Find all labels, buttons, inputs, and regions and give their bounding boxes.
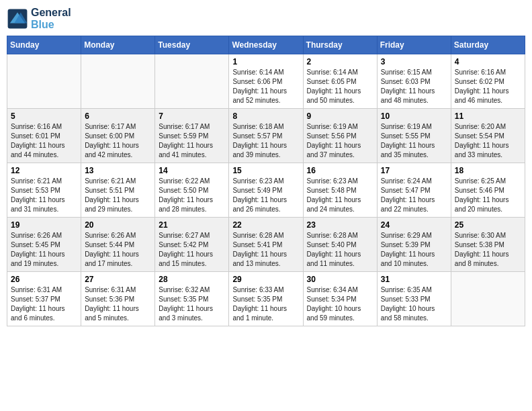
day-number: 8 <box>232 111 299 121</box>
logo: General Blue <box>7 7 71 30</box>
calendar-table: SundayMondayTuesdayWednesdayThursdayFrid… <box>7 36 525 326</box>
calendar-cell: 7Sunrise: 6:17 AM Sunset: 5:59 PM Daylig… <box>155 109 229 163</box>
calendar-cell: 4Sunrise: 6:16 AM Sunset: 6:02 PM Daylig… <box>451 54 525 109</box>
day-info: Sunrise: 6:27 AM Sunset: 5:42 PM Dayligh… <box>159 231 225 269</box>
day-info: Sunrise: 6:16 AM Sunset: 6:01 PM Dayligh… <box>11 122 77 160</box>
day-info: Sunrise: 6:34 AM Sunset: 5:34 PM Dayligh… <box>307 285 373 323</box>
calendar-cell: 16Sunrise: 6:23 AM Sunset: 5:48 PM Dayli… <box>303 163 377 218</box>
calendar-cell: 10Sunrise: 6:19 AM Sunset: 5:55 PM Dayli… <box>377 109 451 163</box>
calendar-cell: 11Sunrise: 6:20 AM Sunset: 5:54 PM Dayli… <box>451 109 525 163</box>
logo-text: General Blue <box>31 7 71 30</box>
calendar-cell: 8Sunrise: 6:18 AM Sunset: 5:57 PM Daylig… <box>229 109 303 163</box>
day-number: 20 <box>85 220 151 230</box>
day-number: 14 <box>159 166 225 175</box>
weekday-header-row: SundayMondayTuesdayWednesdayThursdayFrid… <box>7 36 525 54</box>
day-info: Sunrise: 6:21 AM Sunset: 5:51 PM Dayligh… <box>85 177 151 214</box>
calendar-cell: 22Sunrise: 6:28 AM Sunset: 5:41 PM Dayli… <box>229 218 303 272</box>
calendar-cell: 13Sunrise: 6:21 AM Sunset: 5:51 PM Dayli… <box>81 163 155 218</box>
calendar-cell: 23Sunrise: 6:28 AM Sunset: 5:40 PM Dayli… <box>303 218 377 272</box>
weekday-header-saturday: Saturday <box>451 36 525 54</box>
day-number: 5 <box>11 111 77 121</box>
day-number: 9 <box>307 111 373 121</box>
day-info: Sunrise: 6:18 AM Sunset: 5:57 PM Dayligh… <box>232 122 299 160</box>
day-number: 19 <box>11 220 77 230</box>
calendar-cell: 26Sunrise: 6:31 AM Sunset: 5:37 PM Dayli… <box>7 272 81 326</box>
day-info: Sunrise: 6:20 AM Sunset: 5:54 PM Dayligh… <box>455 122 521 160</box>
day-number: 6 <box>85 111 151 121</box>
weekday-header-wednesday: Wednesday <box>229 36 303 54</box>
calendar-cell: 2Sunrise: 6:14 AM Sunset: 6:05 PM Daylig… <box>303 54 377 109</box>
day-info: Sunrise: 6:31 AM Sunset: 5:36 PM Dayligh… <box>85 285 151 323</box>
day-number: 15 <box>232 166 299 175</box>
day-info: Sunrise: 6:33 AM Sunset: 5:35 PM Dayligh… <box>232 285 299 323</box>
calendar-cell: 24Sunrise: 6:29 AM Sunset: 5:39 PM Dayli… <box>377 218 451 272</box>
day-info: Sunrise: 6:24 AM Sunset: 5:47 PM Dayligh… <box>381 177 447 214</box>
day-number: 24 <box>381 220 447 230</box>
weekday-header-sunday: Sunday <box>7 36 81 54</box>
calendar-cell: 6Sunrise: 6:17 AM Sunset: 6:00 PM Daylig… <box>81 109 155 163</box>
day-info: Sunrise: 6:29 AM Sunset: 5:39 PM Dayligh… <box>381 231 447 269</box>
day-info: Sunrise: 6:14 AM Sunset: 6:06 PM Dayligh… <box>232 68 299 105</box>
calendar-cell: 12Sunrise: 6:21 AM Sunset: 5:53 PM Dayli… <box>7 163 81 218</box>
calendar-cell <box>155 54 229 109</box>
calendar-cell: 30Sunrise: 6:34 AM Sunset: 5:34 PM Dayli… <box>303 272 377 326</box>
day-number: 12 <box>11 166 77 175</box>
day-number: 3 <box>381 57 447 66</box>
calendar-cell: 29Sunrise: 6:33 AM Sunset: 5:35 PM Dayli… <box>229 272 303 326</box>
weekday-header-monday: Monday <box>81 36 155 54</box>
logo-icon <box>7 8 28 30</box>
day-info: Sunrise: 6:16 AM Sunset: 6:02 PM Dayligh… <box>455 68 521 105</box>
week-row-5: 26Sunrise: 6:31 AM Sunset: 5:37 PM Dayli… <box>7 272 525 326</box>
day-number: 30 <box>307 275 373 284</box>
day-info: Sunrise: 6:17 AM Sunset: 5:59 PM Dayligh… <box>159 122 225 160</box>
calendar-cell: 25Sunrise: 6:30 AM Sunset: 5:38 PM Dayli… <box>451 218 525 272</box>
day-info: Sunrise: 6:32 AM Sunset: 5:35 PM Dayligh… <box>159 285 225 323</box>
day-number: 21 <box>159 220 225 230</box>
day-number: 27 <box>85 275 151 284</box>
day-number: 16 <box>307 166 373 175</box>
calendar-cell: 17Sunrise: 6:24 AM Sunset: 5:47 PM Dayli… <box>377 163 451 218</box>
day-info: Sunrise: 6:35 AM Sunset: 5:33 PM Dayligh… <box>381 285 447 323</box>
day-number: 18 <box>455 166 521 175</box>
day-info: Sunrise: 6:25 AM Sunset: 5:46 PM Dayligh… <box>455 177 521 214</box>
week-row-3: 12Sunrise: 6:21 AM Sunset: 5:53 PM Dayli… <box>7 163 525 218</box>
page-header: General Blue <box>7 7 525 30</box>
day-info: Sunrise: 6:30 AM Sunset: 5:38 PM Dayligh… <box>455 231 521 269</box>
day-info: Sunrise: 6:28 AM Sunset: 5:40 PM Dayligh… <box>307 231 373 269</box>
day-info: Sunrise: 6:17 AM Sunset: 6:00 PM Dayligh… <box>85 122 151 160</box>
calendar-cell: 1Sunrise: 6:14 AM Sunset: 6:06 PM Daylig… <box>229 54 303 109</box>
week-row-4: 19Sunrise: 6:26 AM Sunset: 5:45 PM Dayli… <box>7 218 525 272</box>
day-info: Sunrise: 6:21 AM Sunset: 5:53 PM Dayligh… <box>11 177 77 214</box>
calendar-cell: 18Sunrise: 6:25 AM Sunset: 5:46 PM Dayli… <box>451 163 525 218</box>
week-row-1: 1Sunrise: 6:14 AM Sunset: 6:06 PM Daylig… <box>7 54 525 109</box>
calendar-cell <box>81 54 155 109</box>
calendar-cell <box>7 54 81 109</box>
day-number: 2 <box>307 57 373 66</box>
day-number: 22 <box>232 220 299 230</box>
day-number: 28 <box>159 275 225 284</box>
day-info: Sunrise: 6:15 AM Sunset: 6:03 PM Dayligh… <box>381 68 447 105</box>
week-row-2: 5Sunrise: 6:16 AM Sunset: 6:01 PM Daylig… <box>7 109 525 163</box>
calendar-cell: 14Sunrise: 6:22 AM Sunset: 5:50 PM Dayli… <box>155 163 229 218</box>
day-number: 25 <box>455 220 521 230</box>
day-number: 29 <box>232 275 299 284</box>
day-info: Sunrise: 6:23 AM Sunset: 5:49 PM Dayligh… <box>232 177 299 214</box>
day-number: 23 <box>307 220 373 230</box>
calendar-cell: 5Sunrise: 6:16 AM Sunset: 6:01 PM Daylig… <box>7 109 81 163</box>
calendar-cell: 28Sunrise: 6:32 AM Sunset: 5:35 PM Dayli… <box>155 272 229 326</box>
calendar-cell: 21Sunrise: 6:27 AM Sunset: 5:42 PM Dayli… <box>155 218 229 272</box>
day-info: Sunrise: 6:26 AM Sunset: 5:45 PM Dayligh… <box>11 231 77 269</box>
day-number: 1 <box>232 57 299 66</box>
calendar-cell: 9Sunrise: 6:19 AM Sunset: 5:56 PM Daylig… <box>303 109 377 163</box>
day-info: Sunrise: 6:19 AM Sunset: 5:55 PM Dayligh… <box>381 122 447 160</box>
day-number: 11 <box>455 111 521 121</box>
day-info: Sunrise: 6:28 AM Sunset: 5:41 PM Dayligh… <box>232 231 299 269</box>
day-number: 31 <box>381 275 447 284</box>
day-info: Sunrise: 6:26 AM Sunset: 5:44 PM Dayligh… <box>85 231 151 269</box>
day-number: 26 <box>11 275 77 284</box>
weekday-header-thursday: Thursday <box>303 36 377 54</box>
day-info: Sunrise: 6:22 AM Sunset: 5:50 PM Dayligh… <box>159 177 225 214</box>
day-info: Sunrise: 6:19 AM Sunset: 5:56 PM Dayligh… <box>307 122 373 160</box>
day-number: 10 <box>381 111 447 121</box>
day-number: 13 <box>85 166 151 175</box>
